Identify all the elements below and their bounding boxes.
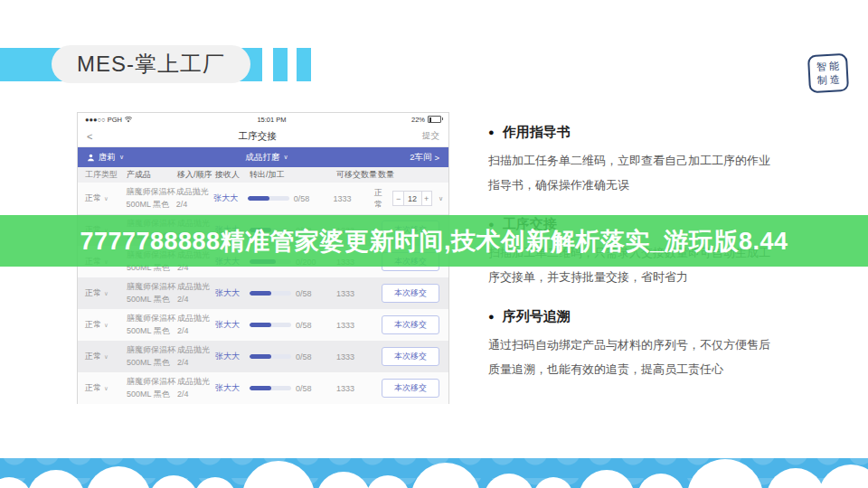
row-status-dropdown[interactable]: 正常 ∨ [85, 192, 126, 204]
stepper-status-label: 正常 [374, 187, 388, 211]
row-status-dropdown[interactable]: 正常 ∨ [85, 351, 127, 362]
step-name: 成品抛光 [177, 281, 215, 293]
row-step: 成品抛光 2/4 [176, 186, 213, 210]
row-product: 膳魔师保温杯 500ML 黑色 [127, 344, 177, 368]
column-header: 产成品 [127, 169, 177, 181]
transfer-button[interactable]: 本次移交 [382, 315, 439, 334]
progress-bar [250, 291, 291, 296]
chevron-down-icon: ∨ [119, 154, 124, 161]
screen-title: 工序交接 [239, 130, 277, 143]
feature-body: 通过扫码自动绑定产品与材料的序列号，不仅方便售后质量追溯，也能有效的追责，提高员… [488, 333, 779, 381]
step-name: 成品抛光 [177, 313, 215, 324]
table-row: 正常 ∨ 膳魔师保温杯 500ML 黑色 成品抛光 2/4 张大大 0/58 1… [78, 309, 448, 341]
receiver-link[interactable]: 张大大 [215, 382, 250, 394]
table-row: 正常 ∨ 膳魔师保温杯 500ML 黑色 成品抛光 2/4 张大大 0/58 1… [78, 372, 448, 404]
feature-body: 扫描加工任务单二维码，立即查看自己加工工序的作业指导书，确保操作准确无误 [488, 148, 779, 197]
chevron-right-icon: > [434, 153, 439, 163]
page-title: MES-掌上工厂 [52, 45, 250, 83]
column-header: 数量 [378, 169, 448, 181]
chevron-down-icon[interactable]: ∨ [439, 195, 443, 202]
transferable-qty: 1333 [336, 289, 378, 298]
table-row: 正常 ∨ 膳魔师保温杯 500ML 黑色 成品抛光 2/4 张大大 0/58 1… [78, 277, 448, 309]
step-name: 成品抛光 [177, 376, 215, 388]
column-header: 接收人 [215, 169, 250, 181]
row-status-dropdown[interactable]: 正常 ∨ [85, 382, 127, 394]
receiver-link[interactable]: 张大大 [215, 319, 250, 331]
promo-banner-text: 7777788888精准管家婆更新时间,技术创新解析落实_游玩版8.44 [80, 225, 788, 258]
user-name: 唐莉 [99, 152, 116, 164]
step-sequence: 2/4 [177, 325, 215, 337]
feature-item: ●序列号追溯 通过扫码自动绑定产品与材料的序列号，不仅方便售后质量追溯，也能有效… [488, 307, 779, 381]
progress-label: 0/58 [296, 384, 312, 393]
quantity-stepper: 正常 − 12 + ∨ [374, 187, 443, 211]
row-status-label: 正常 [85, 382, 101, 394]
carrier-signal-text: ●●●○○ PGH [85, 116, 122, 124]
status-bar: ●●●○○ PGH 15:01 PM 22% [78, 113, 448, 126]
step-name: 成品抛光 [176, 186, 213, 198]
step-sequence: 2/4 [177, 294, 215, 305]
product-spec: 500ML 黑色 [127, 357, 177, 369]
process-dropdown[interactable]: 成品打磨 ∨ [246, 152, 288, 164]
feature-title: 作用指导书 [503, 123, 571, 141]
process-name: 成品打磨 [246, 152, 280, 164]
step-sequence: 2/4 [177, 357, 215, 369]
column-header: 可移交数量 [336, 169, 378, 181]
column-header: 转出/加工 [250, 169, 336, 181]
battery-icon [428, 116, 441, 123]
row-step: 成品抛光 2/4 [177, 376, 215, 399]
clock-text: 15:01 PM [257, 116, 286, 124]
chevron-down-icon: ∨ [104, 290, 108, 297]
user-dropdown[interactable]: 唐莉 ∨ [87, 152, 124, 164]
feature-item: ●作用指导书 扫描加工任务单二维码，立即查看自己加工工序的作业指导书，确保操作准… [488, 123, 779, 197]
row-progress: 0/58 [250, 352, 336, 361]
receiver-link[interactable]: 张大大 [215, 351, 250, 362]
chevron-down-icon: ∨ [284, 154, 288, 161]
product-name: 膳魔师保温杯 [127, 313, 177, 324]
chevron-down-icon: ∨ [104, 322, 108, 329]
smart-manufacturing-seal: 智能 制造 [807, 53, 849, 93]
receiver-link[interactable]: 张大大 [215, 287, 250, 299]
stepper-minus-button[interactable]: − [392, 191, 403, 206]
step-name: 成品抛光 [177, 344, 215, 356]
row-status-dropdown[interactable]: 正常 ∨ [85, 319, 127, 331]
progress-label: 0/58 [296, 352, 312, 361]
progress-bar [250, 323, 291, 327]
nav-bar: < 工序交接 提交 [78, 126, 448, 147]
seal-line: 制造 [815, 72, 844, 88]
product-spec: 500ML 黑色 [127, 294, 177, 305]
transfer-button[interactable]: 本次移交 [382, 284, 439, 303]
seal-line: 智能 [814, 59, 843, 74]
row-product: 膳魔师保温杯 500ML 黑色 [126, 186, 175, 210]
table-header-row: 工序类型 产成品 移入/顺序 接收人 转出/加工 可移交数量 数量 [78, 167, 448, 183]
title-decoration-block [273, 48, 288, 81]
row-step: 成品抛光 2/4 [177, 344, 215, 368]
back-button[interactable]: < [87, 131, 92, 142]
row-status-label: 正常 [85, 192, 101, 204]
receiver-link[interactable]: 张大大 [213, 192, 248, 204]
transfer-button[interactable]: 本次移交 [382, 379, 439, 398]
transferable-qty: 1333 [336, 352, 378, 361]
stepper-plus-button[interactable]: + [421, 191, 432, 206]
product-name: 膳魔师保温杯 [127, 376, 177, 388]
row-progress: 0/58 [250, 384, 336, 393]
row-status-dropdown[interactable]: 正常 ∨ [85, 287, 127, 299]
workshop-link[interactable]: 2车间 > [410, 152, 439, 164]
wifi-icon [125, 117, 132, 123]
step-sequence: 2/4 [177, 389, 215, 400]
workshop-name: 2车间 [410, 152, 431, 164]
transfer-button[interactable]: 本次移交 [382, 347, 439, 366]
chevron-down-icon: ∨ [104, 353, 108, 361]
row-product: 膳魔师保温杯 500ML 黑色 [127, 281, 177, 305]
column-header: 工序类型 [85, 169, 127, 181]
progress-bar [250, 354, 291, 359]
bullet-icon: ● [488, 123, 495, 141]
submit-button[interactable]: 提交 [422, 130, 439, 142]
chevron-down-icon: ∨ [104, 385, 108, 392]
row-progress: 0/58 [250, 289, 336, 298]
table-row: 正常 ∨ 膳魔师保温杯 500ML 黑色 成品抛光 2/4 张大大 0/58 1… [78, 183, 448, 214]
table-row: 正常 ∨ 膳魔师保温杯 500ML 黑色 成品抛光 2/4 张大大 0/58 1… [78, 341, 448, 372]
feature-title: 序列号追溯 [503, 307, 571, 325]
transferable-qty: 1333 [336, 321, 378, 330]
stepper-value[interactable]: 12 [404, 191, 421, 206]
filter-bar: 唐莉 ∨ 成品打磨 ∨ 2车间 > [78, 147, 448, 167]
